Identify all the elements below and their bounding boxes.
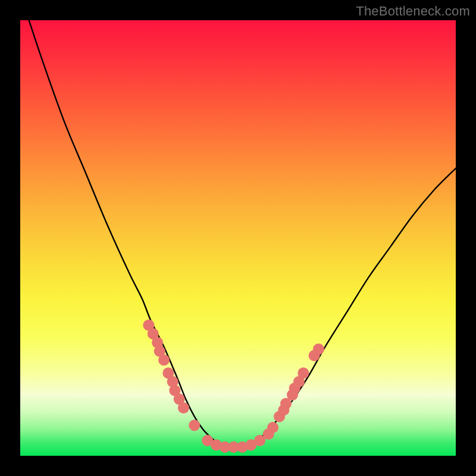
chart-frame: TheBottleneck.com [0,0,476,476]
curve-line [29,20,456,447]
scatter-dot [178,402,189,414]
scatter-dot [189,419,200,431]
scatter-dot [298,367,309,378]
chart-svg [20,20,456,456]
scatter-dots [143,320,324,453]
scatter-dot [158,354,170,365]
plot-area [20,20,456,456]
watermark-text: TheBottleneck.com [356,4,470,19]
scatter-dot [267,422,278,433]
scatter-dot [313,343,324,355]
